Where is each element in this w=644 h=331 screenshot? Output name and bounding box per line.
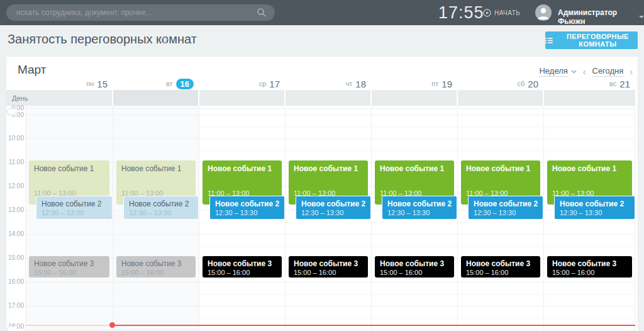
next-week-button[interactable]: › <box>630 67 633 76</box>
event-title: Новое событие 3 <box>294 259 363 268</box>
event-title: Новое событие 1 <box>466 164 535 173</box>
time-label: 15:00 <box>6 254 24 261</box>
search-input[interactable] <box>6 4 275 21</box>
chevron-down-icon <box>639 16 644 18</box>
weekday-label: пт <box>431 80 438 87</box>
column-divider <box>285 106 286 331</box>
event-time: 12:30 – 13:30 <box>387 209 452 216</box>
column-divider <box>457 106 458 331</box>
event-time: 12:30 – 13:30 <box>301 209 365 216</box>
event-time: 15:00 – 16:00 <box>466 269 535 276</box>
calendar-event-black[interactable]: Новое событие 3 15:00 – 16:00 <box>375 256 454 278</box>
day-header-thu[interactable]: чт 18 <box>285 77 366 90</box>
user-menu[interactable]: Администратор Фьюжн <box>558 8 644 26</box>
weekday-label: сб <box>518 80 525 87</box>
calendar-event-blue[interactable]: Новое событие 2 12:30 – 13:30 <box>382 196 457 220</box>
now-line <box>113 325 635 326</box>
calendar-event-black[interactable]: Новое событие 3 15:00 – 16:00 <box>547 256 632 278</box>
day-header-sun[interactable]: вс 21 <box>543 77 630 90</box>
all-day-today-cell[interactable] <box>113 90 199 106</box>
weekday-label: вс <box>609 80 616 87</box>
event-title: Новое событие 2 <box>474 199 538 208</box>
rooms-button-label: ПЕРЕГОВОРНЫЕ КОМНАТЫ <box>558 33 638 48</box>
all-day-label: День <box>12 94 28 102</box>
event-time: 12:30 – 13:30 <box>129 209 193 216</box>
view-selector[interactable]: Неделя <box>539 66 576 77</box>
event-title: Новое событие 1 <box>552 164 627 173</box>
weekday-label: пн <box>86 80 94 87</box>
event-title: Новое событие 2 <box>301 199 365 208</box>
list-icon <box>545 36 553 45</box>
event-title: Новое событие 1 <box>380 164 449 173</box>
calendar-event-blue[interactable]: Новое событие 2 12:30 – 13:30 <box>123 196 199 220</box>
today-button[interactable]: Сегодня <box>592 66 624 77</box>
view-controls: Неделя ‹ Сегодня › <box>539 66 633 77</box>
time-label: 14:00 <box>6 230 24 237</box>
divider <box>198 90 199 106</box>
day-header-mon[interactable]: пн 15 <box>25 77 108 90</box>
calendar-event-blue[interactable]: Новое событие 2 12:30 – 13:30 <box>296 196 371 220</box>
calendar-event-blue[interactable]: Новое событие 2 12:30 – 13:30 <box>468 196 543 220</box>
weekday-label: вт <box>166 80 173 87</box>
divider <box>112 90 113 106</box>
search-icon[interactable] <box>257 8 267 18</box>
calendar-event-black[interactable]: Новое событие 3 15:00 – 16:00 <box>29 256 109 278</box>
day-number: 18 <box>355 79 366 89</box>
view-selector-label: Неделя <box>539 66 567 77</box>
weekday-label: чт <box>346 80 353 87</box>
event-time: 15:00 – 16:00 <box>552 269 627 276</box>
day-number: 20 <box>528 79 538 89</box>
calendar-event-blue[interactable]: Новое событие 2 12:30 – 13:30 <box>554 196 635 220</box>
weekday-label: ср <box>259 80 267 87</box>
meeting-rooms-button[interactable]: ПЕРЕГОВОРНЫЕ КОМНАТЫ <box>545 31 638 49</box>
event-time: 15:00 – 16:00 <box>121 269 191 276</box>
user-avatar[interactable] <box>535 4 552 21</box>
day-header-fri[interactable]: пт 19 <box>371 77 452 90</box>
chevron-down-icon <box>571 70 577 74</box>
day-header-tue-today[interactable]: вт 16 <box>113 77 194 90</box>
calendar-card: Март Неделя ‹ Сегодня › пн 15 вт 16 ср 1… <box>6 57 638 331</box>
calendar-event-black[interactable]: Новое событие 3 15:00 – 16:00 <box>461 256 540 278</box>
time-label: 17:00 <box>6 302 24 309</box>
event-title: Новое событие 2 <box>560 199 630 208</box>
day-number: 15 <box>97 79 108 89</box>
now-dot <box>109 322 115 328</box>
event-time: 15:00 – 16:00 <box>34 269 104 276</box>
day-number-today: 16 <box>176 79 194 89</box>
event-time: 15:00 – 16:00 <box>380 269 449 276</box>
event-time: 15:00 – 16:00 <box>208 269 277 276</box>
start-timer-button[interactable]: НАЧАТЬ <box>483 8 520 18</box>
favorite-star-icon[interactable] <box>158 35 169 45</box>
event-title: Новое событие 1 <box>34 164 104 173</box>
event-time: 12:30 – 13:30 <box>474 209 538 216</box>
divider <box>284 90 286 106</box>
calendar-event-black[interactable]: Новое событие 3 15:00 – 16:00 <box>203 256 282 278</box>
all-day-row[interactable] <box>6 90 635 106</box>
calendar-event-blue[interactable]: Новое событие 2 12:30 – 13:30 <box>209 196 285 220</box>
start-label: НАЧАТЬ <box>494 9 520 16</box>
user-name: Администратор Фьюжн <box>558 8 635 26</box>
event-time: 15:00 – 16:00 <box>294 269 363 276</box>
event-time: 12:30 – 13:30 <box>560 209 630 216</box>
topbar: 17:55 НАЧАТЬ Администратор Фьюжн <box>0 0 644 25</box>
calendar-event-blue[interactable]: Новое событие 2 12:30 – 13:30 <box>36 196 113 220</box>
time-label: 16:00 <box>6 278 24 285</box>
prev-week-button[interactable]: ‹ <box>583 67 586 76</box>
calendar-event-black[interactable]: Новое событие 3 15:00 – 16:00 <box>289 256 368 278</box>
collapse-hours-toggle[interactable] <box>7 108 15 115</box>
month-title: Март <box>18 63 46 77</box>
divider <box>543 90 544 106</box>
event-title: Новое событие 1 <box>121 164 191 173</box>
event-title: Новое событие 3 <box>466 259 535 268</box>
collapse-hours-toggle[interactable] <box>7 326 15 331</box>
event-title: Новое событие 3 <box>380 259 449 268</box>
time-label: 11:00 <box>6 159 24 166</box>
play-icon <box>483 9 491 17</box>
column-divider <box>543 106 544 331</box>
column-divider <box>25 106 26 331</box>
divider <box>370 90 372 106</box>
calendar-event-black[interactable]: Новое событие 3 15:00 – 16:00 <box>116 256 196 278</box>
day-header-sat[interactable]: сб 20 <box>457 77 538 90</box>
day-header-wed[interactable]: ср 17 <box>199 77 280 90</box>
event-title: Новое событие 1 <box>294 164 363 173</box>
